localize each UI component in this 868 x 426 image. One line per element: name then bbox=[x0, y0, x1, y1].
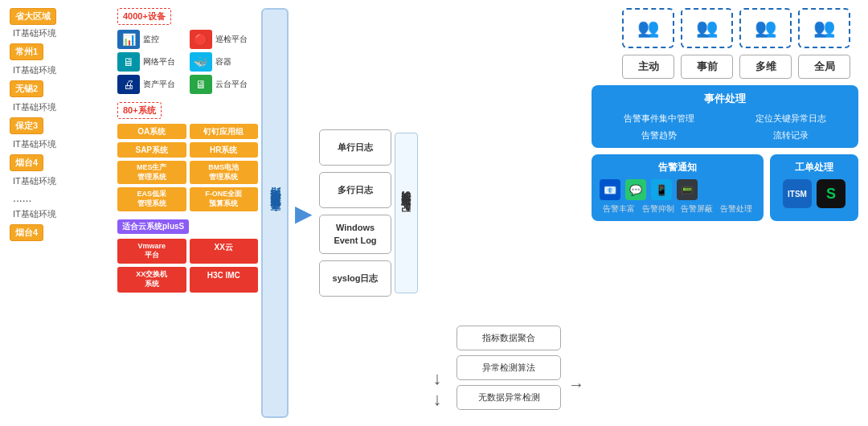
alert-card-title: 告警通知 bbox=[600, 161, 755, 174]
platform-icon-cloud: 🖥 云台平台 bbox=[190, 75, 259, 94]
cloud-h3c: H3C IMC bbox=[190, 267, 259, 292]
channel-wechat: 💬 bbox=[625, 179, 646, 200]
user-group-4: 👥 bbox=[798, 8, 850, 48]
user-group-icon-3: 👥 bbox=[755, 18, 776, 39]
action-multi[interactable]: 多维 bbox=[739, 55, 792, 79]
agg-box-1: 指标数据聚合 bbox=[457, 326, 561, 350]
docker-icon: 🐳 bbox=[190, 52, 212, 72]
channel-dingding: 📱 bbox=[651, 179, 672, 200]
platform-label-docker: 容器 bbox=[215, 56, 231, 68]
cloud-switch: XX交换机系统 bbox=[117, 267, 186, 292]
device-count-badge: 4000+设备 bbox=[117, 8, 171, 25]
mid-left-column: 4000+设备 📊 监控 🔴 巡检平台 🖥 网络平台 🐳 容器 🖨 资产 bbox=[117, 8, 258, 418]
platform-icon-inspect: 🔴 巡检平台 bbox=[190, 30, 259, 49]
cloud-mgmt-icon: 🖥 bbox=[190, 75, 212, 94]
down-arrow-2: ↓ bbox=[433, 389, 442, 410]
event-item-2: 定位关键异常日志 bbox=[733, 113, 849, 125]
cloud-xx: XX云 bbox=[190, 239, 259, 264]
left-region-column: 省大区域 IT基础环境 常州1 IT基础环境 无锡2 IT基础环境 保定3 IT… bbox=[10, 8, 114, 418]
region-yantai2: 烟台4 bbox=[10, 224, 43, 241]
channel-email: 📧 bbox=[600, 179, 620, 200]
platform-icons: 📊 监控 🔴 巡检平台 🖥 网络平台 🐳 容器 🖨 资产平台 🖥 云台平 bbox=[117, 30, 258, 94]
sys-mes: MES生产管理系统 bbox=[117, 161, 186, 184]
alert-footer-handle: 告警处理 bbox=[720, 203, 752, 215]
sys-sap: SAP系统 bbox=[117, 142, 186, 158]
env-label-6: IT基础环境 bbox=[10, 207, 114, 221]
sys-fone: F-ONE全面预算系统 bbox=[190, 187, 259, 211]
pipeline-section: 高弹性高可用数据链路 bbox=[261, 8, 289, 418]
bottom-right-arrow: → bbox=[564, 8, 588, 418]
platform-label-asset: 资产平台 bbox=[143, 79, 175, 90]
region-yantai1: 烟台4 bbox=[10, 154, 43, 171]
log-windows-event: WindowsEvent Log bbox=[319, 215, 391, 254]
cloud-grid: Vmware平台 XX云 XX交换机系统 H3C IMC bbox=[117, 239, 258, 293]
device-count-label: 4000+设备 bbox=[123, 11, 166, 21]
region-ellipsis: ...... bbox=[10, 191, 31, 204]
platform-icon-chart: 📊 监控 bbox=[117, 30, 186, 49]
sys-count-label: 80+系统 bbox=[123, 105, 156, 115]
platform-icon-network: 🖥 网络平台 bbox=[117, 52, 186, 72]
asset-icon: 🖨 bbox=[117, 75, 140, 94]
investigation-section: 配合业务深度调研 bbox=[395, 8, 418, 418]
sys-oa: OA系统 bbox=[117, 124, 186, 139]
province-badge: 省大区域 bbox=[10, 8, 56, 25]
agg-box-2: 异常检测算法 bbox=[457, 355, 561, 380]
network-icon: 🖥 bbox=[117, 52, 140, 72]
agg-box-3: 无数据异常检测 bbox=[457, 385, 561, 410]
pipeline-label: 高弹性高可用数据链路 bbox=[261, 8, 289, 418]
user-group-1: 👥 bbox=[622, 8, 674, 48]
alert-channels-row: 📧 💬 📱 📟 bbox=[600, 179, 755, 200]
work-card: 工单处理 ITSM S bbox=[770, 154, 858, 221]
sys-count-badge: 80+系统 bbox=[117, 102, 162, 119]
right-arrow-icon: ▶ bbox=[295, 200, 313, 227]
inspect-icon: 🔴 bbox=[190, 30, 212, 49]
log-multi: 多行日志 bbox=[319, 172, 391, 208]
channel-sms: 📟 bbox=[677, 179, 698, 200]
bottom-cards: 告警通知 📧 💬 📱 📟 告警丰富 告警抑制 告警屏蔽 告警处理 工单处理 bbox=[592, 154, 858, 221]
action-buttons-row: 主动 事前 多维 全局 bbox=[592, 55, 858, 79]
env-label-4: IT基础环境 bbox=[10, 137, 114, 151]
log-single: 单行日志 bbox=[319, 129, 391, 166]
log-syslog: syslog日志 bbox=[319, 260, 391, 297]
center-arrows: ↓ ↓ bbox=[421, 8, 453, 418]
platform-icon-docker: 🐳 容器 bbox=[190, 52, 259, 72]
region-baoding: 保定3 bbox=[10, 117, 43, 134]
work-card-title: 工单处理 bbox=[778, 161, 850, 174]
sys-bms: BMS电池管理系统 bbox=[190, 161, 259, 184]
alert-card: 告警通知 📧 💬 📱 📟 告警丰富 告警抑制 告警屏蔽 告警处理 bbox=[592, 154, 764, 221]
right-arrow-2-icon: → bbox=[568, 375, 584, 394]
right-section: 👥 👥 👥 👥 主动 事前 多维 全局 事件处理 告警事件集中管理 定位关键 bbox=[592, 8, 858, 418]
cloud-badge: 适合云系统plusS bbox=[117, 219, 189, 234]
region-changzhou: 常州1 bbox=[10, 43, 43, 60]
work-s-icon: S bbox=[817, 179, 845, 208]
pipeline-arrow-right: ▶ bbox=[292, 8, 316, 418]
platform-icon-asset: 🖨 资产平台 bbox=[117, 75, 186, 94]
event-item-4: 流转记录 bbox=[733, 129, 849, 141]
platform-label-monitor: 监控 bbox=[143, 34, 159, 45]
event-card: 事件处理 告警事件集中管理 定位关键异常日志 告警趋势 流转记录 bbox=[592, 85, 858, 148]
bottom-center-section: 指标数据聚合 异常检测算法 无数据异常检测 bbox=[457, 8, 561, 418]
cloud-vmware: Vmware平台 bbox=[117, 239, 186, 264]
action-global[interactable]: 全局 bbox=[798, 55, 850, 79]
itsm-icon: ITSM bbox=[783, 179, 812, 208]
env-label-1: IT基础环境 bbox=[10, 27, 114, 40]
event-item-3: 告警趋势 bbox=[601, 129, 717, 141]
platform-label-inspect: 巡检平台 bbox=[215, 34, 248, 45]
action-before[interactable]: 事前 bbox=[681, 55, 733, 79]
systems-grid: OA系统 钉钉应用组 SAP系统 HR系统 MES生产管理系统 BMS电池管理系… bbox=[117, 124, 258, 211]
work-icons-row: ITSM S bbox=[778, 179, 850, 208]
sys-eas: EAS低采管理系统 bbox=[117, 187, 186, 211]
alert-footer: 告警丰富 告警抑制 告警屏蔽 告警处理 bbox=[600, 203, 755, 215]
user-groups-row: 👥 👥 👥 👥 bbox=[592, 8, 858, 48]
platform-label-network: 网络平台 bbox=[143, 56, 175, 68]
env-label-5: IT基础环境 bbox=[10, 174, 114, 188]
investigation-label: 配合业务深度调研 bbox=[395, 133, 418, 293]
sys-hr: HR系统 bbox=[190, 142, 259, 158]
sys-dingding: 钉钉应用组 bbox=[190, 124, 259, 139]
alert-footer-suppress: 告警抑制 bbox=[642, 203, 674, 215]
user-group-icon-4: 👥 bbox=[813, 18, 835, 39]
log-types-column: 单行日志 多行日志 WindowsEvent Log syslog日志 bbox=[319, 129, 391, 297]
region-wuxi: 无锡2 bbox=[10, 80, 43, 97]
action-proactive[interactable]: 主动 bbox=[622, 55, 674, 79]
env-label-3: IT基础环境 bbox=[10, 100, 114, 114]
